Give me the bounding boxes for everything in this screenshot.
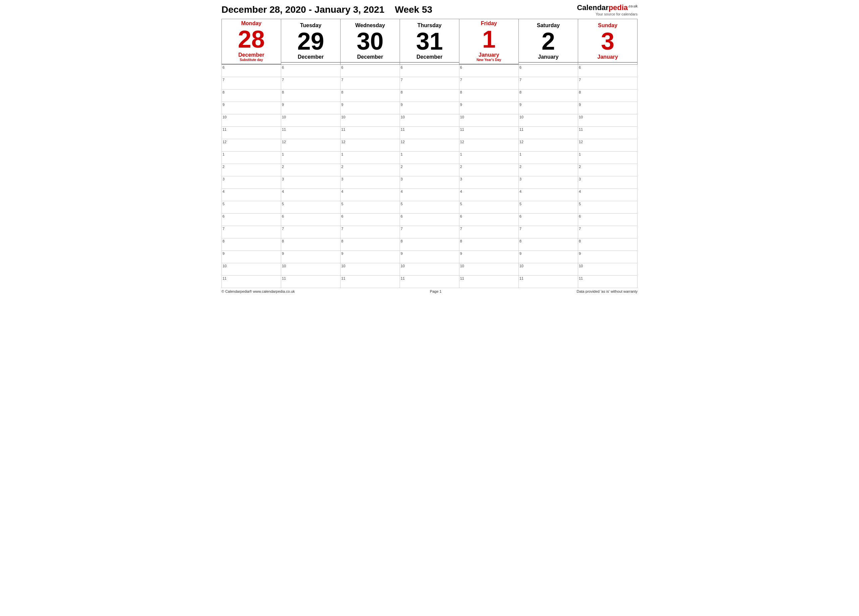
- cell-content-1-4[interactable]: [464, 77, 519, 89]
- cell-thursday-2[interactable]: 8: [400, 89, 459, 102]
- cell-content-12-0[interactable]: [226, 214, 281, 226]
- cell-content-14-3[interactable]: [405, 239, 459, 251]
- cell-sunday-12[interactable]: 6: [578, 214, 637, 226]
- cell-thursday-1[interactable]: 7: [400, 77, 459, 89]
- cell-content-2-3[interactable]: [405, 89, 459, 101]
- cell-content-13-1[interactable]: [286, 226, 340, 238]
- cell-content-4-2[interactable]: [346, 114, 400, 126]
- cell-content-3-1[interactable]: [286, 102, 340, 114]
- cell-thursday-0[interactable]: 6: [400, 65, 459, 77]
- cell-content-3-6[interactable]: [583, 102, 637, 114]
- cell-friday-11[interactable]: 5: [459, 201, 519, 214]
- cell-friday-9[interactable]: 3: [459, 176, 519, 189]
- cell-content-6-5[interactable]: [524, 139, 578, 151]
- cell-content-11-2[interactable]: [345, 201, 400, 213]
- cell-thursday-7[interactable]: 1: [400, 151, 459, 164]
- cell-tuesday-17[interactable]: 11: [281, 276, 340, 288]
- cell-content-12-6[interactable]: [583, 214, 637, 226]
- cell-sunday-7[interactable]: 1: [578, 151, 637, 164]
- cell-content-8-1[interactable]: [286, 164, 340, 176]
- cell-content-4-1[interactable]: [287, 114, 340, 126]
- cell-saturday-9[interactable]: 3: [519, 176, 578, 189]
- cell-sunday-11[interactable]: 5: [578, 201, 637, 214]
- cell-content-6-2[interactable]: [346, 139, 400, 151]
- cell-content-11-6[interactable]: [583, 201, 637, 213]
- cell-content-0-6[interactable]: [583, 65, 637, 77]
- cell-content-13-0[interactable]: [226, 226, 281, 238]
- cell-thursday-16[interactable]: 10: [400, 263, 459, 276]
- cell-saturday-3[interactable]: 9: [519, 102, 578, 114]
- cell-content-15-6[interactable]: [583, 251, 637, 263]
- cell-wednesday-12[interactable]: 6: [340, 214, 400, 226]
- cell-content-1-0[interactable]: [226, 77, 281, 89]
- cell-content-13-3[interactable]: [405, 226, 459, 238]
- cell-content-14-6[interactable]: [583, 239, 637, 251]
- cell-content-7-4[interactable]: [464, 151, 519, 164]
- cell-content-5-1[interactable]: [287, 127, 340, 139]
- cell-content-10-6[interactable]: [583, 189, 637, 201]
- cell-content-12-1[interactable]: [286, 214, 340, 226]
- cell-content-17-3[interactable]: [405, 276, 459, 288]
- cell-content-8-2[interactable]: [345, 164, 400, 176]
- cell-content-4-4[interactable]: [465, 114, 519, 126]
- cell-content-6-3[interactable]: [405, 139, 459, 151]
- cell-monday-14[interactable]: 8: [222, 239, 281, 251]
- cell-friday-17[interactable]: 11: [459, 276, 519, 288]
- cell-content-2-0[interactable]: [226, 89, 281, 101]
- cell-content-8-0[interactable]: [226, 164, 281, 176]
- cell-monday-13[interactable]: 7: [222, 226, 281, 239]
- cell-thursday-4[interactable]: 10: [400, 114, 459, 127]
- cell-saturday-15[interactable]: 9: [519, 251, 578, 263]
- cell-content-9-2[interactable]: [345, 176, 400, 189]
- cell-wednesday-0[interactable]: 6: [340, 65, 400, 77]
- cell-content-10-2[interactable]: [345, 189, 400, 201]
- cell-tuesday-14[interactable]: 8: [281, 239, 340, 251]
- cell-monday-6[interactable]: 12: [222, 139, 281, 151]
- cell-saturday-5[interactable]: 11: [519, 127, 578, 139]
- cell-content-7-2[interactable]: [345, 151, 400, 164]
- cell-thursday-9[interactable]: 3: [400, 176, 459, 189]
- cell-wednesday-13[interactable]: 7: [340, 226, 400, 239]
- cell-content-9-0[interactable]: [226, 176, 281, 189]
- cell-content-4-6[interactable]: [584, 114, 637, 126]
- cell-content-11-3[interactable]: [405, 201, 459, 213]
- cell-content-4-0[interactable]: [227, 114, 281, 126]
- cell-saturday-13[interactable]: 7: [519, 226, 578, 239]
- cell-content-8-3[interactable]: [405, 164, 459, 176]
- cell-monday-8[interactable]: 2: [222, 164, 281, 176]
- cell-thursday-3[interactable]: 9: [400, 102, 459, 114]
- cell-content-1-6[interactable]: [583, 77, 637, 89]
- cell-tuesday-2[interactable]: 8: [281, 89, 340, 102]
- cell-wednesday-2[interactable]: 8: [340, 89, 400, 102]
- cell-wednesday-9[interactable]: 3: [340, 176, 400, 189]
- cell-content-11-0[interactable]: [226, 201, 281, 213]
- cell-saturday-16[interactable]: 10: [519, 263, 578, 276]
- cell-thursday-8[interactable]: 2: [400, 164, 459, 176]
- cell-content-16-4[interactable]: [465, 263, 519, 275]
- cell-content-3-0[interactable]: [226, 102, 281, 114]
- cell-monday-17[interactable]: 11: [222, 276, 281, 288]
- cell-tuesday-4[interactable]: 10: [281, 114, 340, 127]
- cell-content-9-4[interactable]: [464, 176, 519, 189]
- cell-content-3-2[interactable]: [345, 102, 400, 114]
- cell-content-12-4[interactable]: [464, 214, 519, 226]
- cell-friday-13[interactable]: 7: [459, 226, 519, 239]
- cell-thursday-17[interactable]: 11: [400, 276, 459, 288]
- cell-sunday-6[interactable]: 12: [578, 139, 637, 151]
- cell-content-12-3[interactable]: [405, 214, 459, 226]
- cell-content-10-0[interactable]: [226, 189, 281, 201]
- cell-thursday-14[interactable]: 8: [400, 239, 459, 251]
- cell-saturday-0[interactable]: 6: [519, 65, 578, 77]
- cell-sunday-5[interactable]: 11: [578, 127, 637, 139]
- cell-content-0-3[interactable]: [405, 65, 459, 77]
- cell-content-5-6[interactable]: [584, 127, 637, 139]
- cell-friday-4[interactable]: 10: [459, 114, 519, 127]
- cell-thursday-10[interactable]: 4: [400, 189, 459, 201]
- cell-monday-9[interactable]: 3: [222, 176, 281, 189]
- cell-content-9-6[interactable]: [583, 176, 637, 189]
- cell-content-3-5[interactable]: [523, 102, 578, 114]
- cell-content-6-1[interactable]: [287, 139, 340, 151]
- cell-monday-4[interactable]: 10: [222, 114, 281, 127]
- cell-tuesday-13[interactable]: 7: [281, 226, 340, 239]
- cell-friday-15[interactable]: 9: [459, 251, 519, 263]
